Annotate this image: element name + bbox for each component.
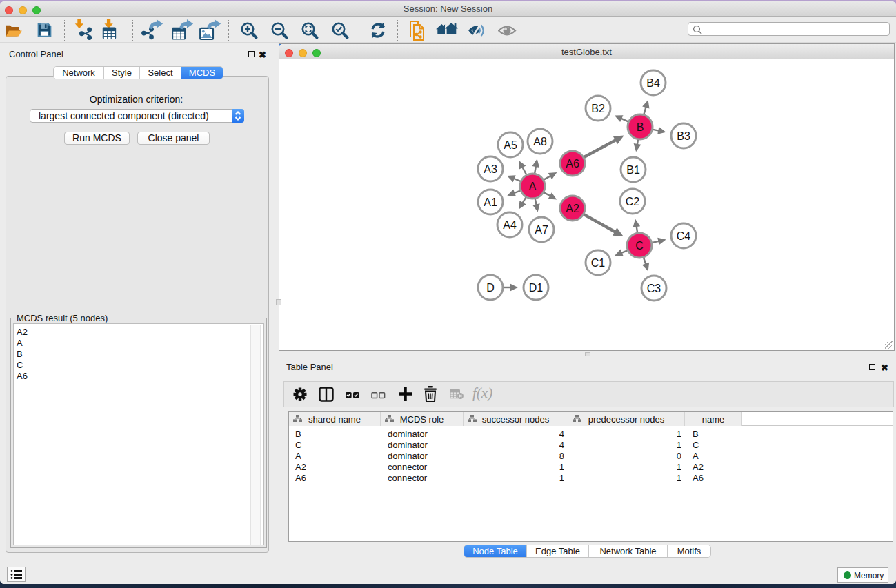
svg-text:C3: C3 (647, 283, 661, 294)
svg-text:A2: A2 (566, 203, 579, 214)
svg-text:D: D (486, 282, 495, 294)
svg-text:B1: B1 (626, 164, 640, 176)
svg-text:A7: A7 (535, 224, 548, 236)
svg-text:B3: B3 (677, 130, 690, 142)
svg-text:B2: B2 (591, 103, 605, 114)
svg-text:A1: A1 (484, 196, 497, 208)
svg-text:A: A (529, 181, 537, 192)
svg-text:D1: D1 (529, 282, 544, 294)
svg-text:C: C (635, 240, 644, 252)
svg-text:C2: C2 (626, 196, 640, 207)
svg-text:f(x): f(x) (472, 387, 492, 401)
svg-text:A5: A5 (504, 139, 517, 151)
svg-text:A3: A3 (484, 163, 497, 175)
svg-text:A6: A6 (566, 158, 579, 170)
svg-text:C1: C1 (591, 257, 606, 269)
svg-text:C4: C4 (677, 230, 691, 242)
svg-text:A8: A8 (533, 136, 547, 148)
svg-text:A4: A4 (503, 219, 517, 231)
svg-text:B4: B4 (646, 77, 660, 89)
svg-text:B: B (637, 121, 644, 133)
